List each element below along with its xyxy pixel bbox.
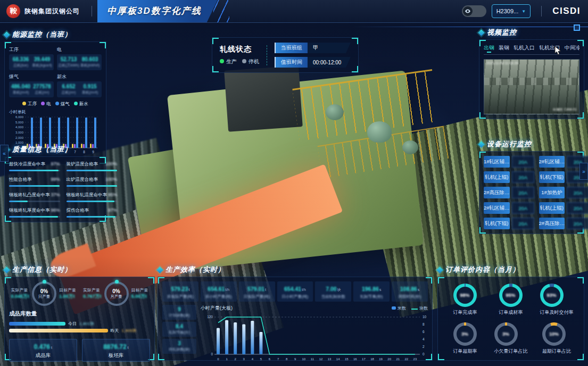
legend-item: 电 bbox=[41, 101, 51, 107]
svg-text:2: 2 bbox=[423, 345, 425, 348]
device-button[interactable]: 轧机(下辊) bbox=[484, 218, 510, 229]
plate-select[interactable]: H2309... ▼ bbox=[492, 4, 531, 18]
divider bbox=[92, 6, 92, 16]
stat-card: 7.00块当前轧制块数 bbox=[315, 281, 351, 302]
device-button[interactable]: 2#高压除… bbox=[484, 187, 510, 198]
line-status-panel: 轧线状态 生产 停机 当班班组甲 值班时间00:00-12:00 bbox=[212, 37, 359, 73]
collapse-right-handle[interactable]: » bbox=[579, 163, 588, 180]
metric-unit: 单耗(m³/t) bbox=[10, 90, 31, 95]
legend-label: 新水 bbox=[79, 101, 88, 106]
cctv-feed[interactable]: 2023-11-08 11:36:28 出钢区 CAM-01 bbox=[484, 59, 579, 114]
metric-value: 68.336 bbox=[10, 56, 31, 62]
dashboard: 鞍 陕钢集团汉钢公司 中厚板3D数字化产线 H2309... ▼ CISDI 能… bbox=[0, 0, 588, 366]
collapse-left-handle[interactable]: « bbox=[0, 145, 9, 162]
device-row: 轧机(上辊)20A bbox=[484, 171, 534, 183]
legend-dot bbox=[41, 102, 45, 105]
bar-fill bbox=[9, 329, 108, 332]
metric-unit: 总耗(m³) bbox=[58, 90, 79, 95]
tab-intercool[interactable]: 中间冷 bbox=[565, 44, 579, 52]
device-button[interactable]: 2#轧区辅… bbox=[539, 156, 565, 168]
device-value: 20A bbox=[567, 218, 588, 229]
svg-text:20: 20 bbox=[387, 357, 391, 361]
status-dot-green bbox=[220, 59, 224, 63]
device-value: 20A bbox=[567, 202, 588, 214]
quality-item: 钢板终轧厚度命中率96% bbox=[9, 207, 60, 218]
progress-bar bbox=[9, 216, 58, 218]
shift-badge: 当班班组甲 bbox=[275, 43, 351, 53]
panel-title: 生产效率（实时） bbox=[165, 265, 225, 274]
metric-value: 277578 bbox=[31, 84, 53, 89]
device-button[interactable]: 轧机(上辊) bbox=[539, 202, 565, 214]
device-button[interactable]: 1#轧区辅… bbox=[484, 156, 510, 168]
device-button[interactable]: 轧机(上辊) bbox=[484, 171, 510, 183]
legend-dot bbox=[22, 102, 26, 105]
stat-card: 654.61t/h班小时产量(吨) bbox=[201, 281, 237, 302]
hourly-output-chart: 1200024681001234567891011121314151617181… bbox=[201, 312, 433, 365]
company-name: 陕钢集团汉钢公司 bbox=[24, 7, 80, 16]
donut-ring: 3% bbox=[453, 322, 477, 346]
svg-text:5,000: 5,000 bbox=[15, 121, 24, 124]
chevrons-left-icon: « bbox=[3, 151, 6, 156]
quality-value: 97% bbox=[51, 161, 60, 168]
side-stat: 9计划块数(块) bbox=[162, 305, 196, 320]
device-value: 20A bbox=[512, 187, 534, 198]
device-button[interactable]: 1#加热炉 bbox=[539, 187, 565, 198]
quality-label: 装炉温度合格率 bbox=[67, 161, 98, 168]
quality-label: 钢板终轧厚度命中率 bbox=[9, 207, 50, 214]
panel-title: 订单评价内容（当月） bbox=[445, 265, 520, 274]
device-button[interactable]: 2#高压除… bbox=[539, 218, 565, 229]
cctv-camera-label: 出钢区 CAM-01 bbox=[553, 107, 577, 112]
chart-axis-label: 小时单耗 bbox=[9, 109, 102, 115]
tab-chugang[interactable]: 出钢 bbox=[484, 44, 494, 52]
legend-item: 煤气 bbox=[55, 101, 70, 107]
svg-text:3: 3 bbox=[243, 357, 245, 361]
ring-dot bbox=[115, 280, 119, 284]
efficiency-panel: 生产效率（实时） 579.23t班实际产量(吨) 654.61t/h班小时产量(… bbox=[158, 265, 433, 361]
device-value: 20A bbox=[512, 171, 534, 183]
order-gauge: 3%订单超期率 bbox=[453, 322, 477, 355]
progress-bar bbox=[9, 170, 59, 171]
progress-bar bbox=[67, 201, 115, 202]
panel-title: 质量信息（当班） bbox=[12, 145, 72, 154]
legend-label: 工序 bbox=[28, 101, 37, 106]
stock-bar-today: 今日1,801块 bbox=[9, 320, 150, 327]
device-row: 2#轧区辅…20A bbox=[484, 202, 534, 214]
production-panel: 生产信息（实时） 实际产量0.045万t 0%日产量 目标产量1.00万t 实际… bbox=[4, 265, 155, 361]
metric-value: 80.603 bbox=[79, 56, 101, 62]
svg-text:6: 6 bbox=[269, 357, 271, 361]
tab-mill-entry[interactable]: 轧机入口 bbox=[514, 44, 535, 52]
energy-group: 新水 6.652总耗(m³) 0.915单耗(m³/t) bbox=[57, 73, 102, 97]
device-button[interactable]: 2#轧区辅… bbox=[484, 202, 510, 214]
legend-item: 块数 bbox=[411, 305, 428, 311]
visibility-toggle[interactable] bbox=[462, 5, 486, 17]
panel-title: 设备运行监控 bbox=[487, 139, 532, 149]
quality-value: 95% bbox=[108, 192, 117, 198]
quality-item: 性能合格率99% bbox=[9, 177, 60, 187]
company-logo-icon: 鞍 bbox=[6, 4, 20, 18]
ring-dot bbox=[43, 280, 46, 284]
donut-ring: 10% bbox=[542, 322, 566, 346]
tab-zhuanggang[interactable]: 装钢 bbox=[499, 44, 509, 52]
legend-item-stopped: 停机 bbox=[242, 58, 259, 65]
video-tabs: 出钢 装钢 轧机入口 轧机出口 中间冷 电动辊道 bbox=[484, 44, 579, 55]
chevrons-right-icon: » bbox=[582, 169, 585, 174]
metric-value: 486.040 bbox=[10, 84, 31, 89]
monthly-output-gauge: 实际产量0.767万t 0%月产量 目标产量5.00万t bbox=[81, 281, 151, 306]
metric-value: 0.915 bbox=[79, 84, 101, 89]
donut-ring: 98% bbox=[453, 284, 477, 307]
metric-unit: 单耗(kWh/t) bbox=[79, 63, 101, 68]
device-button[interactable]: 轧机(下辊) bbox=[539, 171, 565, 183]
panel-title: 视频监控 bbox=[487, 28, 517, 37]
legend-dot bbox=[55, 102, 59, 105]
metric-unit: 总耗(tce) bbox=[10, 63, 31, 68]
quality-label: 探伤合格率 bbox=[67, 207, 89, 214]
page-title: 中厚板3D数字化产线 bbox=[97, 0, 218, 22]
order-gauge: 3%小欠量订单占比 bbox=[494, 322, 528, 355]
quality-value: 96% bbox=[51, 207, 60, 214]
panel-title: 能源监控（当班） bbox=[12, 30, 72, 39]
quality-panel: 质量信息（当班） 超快冷温度命中率97% 装炉温度合格率100% 性能合格率99… bbox=[4, 145, 106, 222]
svg-text:8: 8 bbox=[423, 322, 425, 326]
group-name: 工序 bbox=[9, 46, 54, 53]
selected-option: H2309... bbox=[496, 8, 519, 14]
progress-bar bbox=[67, 185, 118, 187]
